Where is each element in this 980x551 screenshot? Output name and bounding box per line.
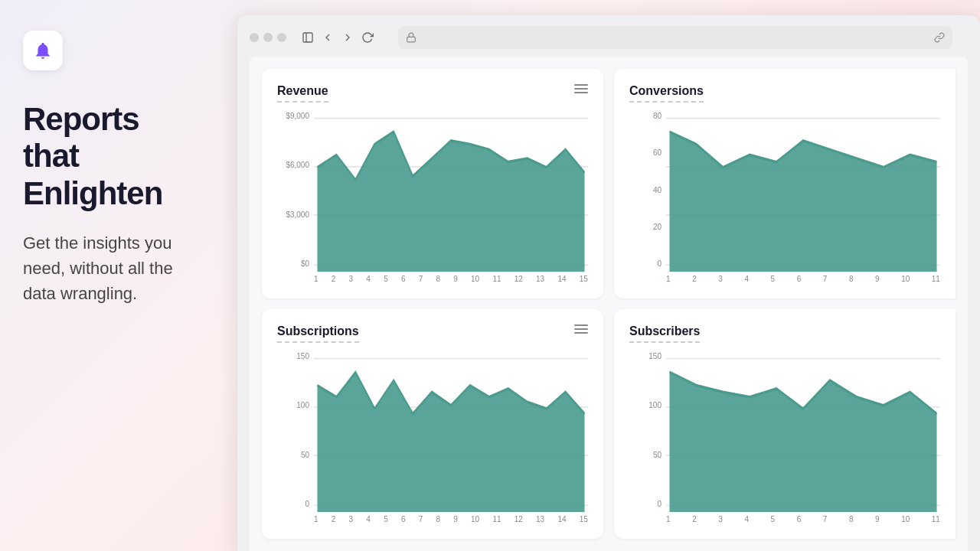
chart-inner-subscriptions: 123456789101112131415 bbox=[314, 352, 588, 523]
bell-icon bbox=[33, 41, 53, 60]
left-panel: Reports that Enlighten Get the insights … bbox=[0, 0, 230, 551]
y-axis-revenue: $9,000$6,000$3,000$0 bbox=[277, 112, 309, 283]
card-header-subscribers: Subscribers bbox=[629, 324, 940, 343]
chart-card-revenue: Revenue$9,000$6,000$3,000$01234567891011… bbox=[262, 69, 603, 298]
chart-area-subscribers: 1501005001234567891011 bbox=[629, 352, 940, 523]
x-axis-conversions: 1234567891011 bbox=[666, 272, 940, 283]
card-title-subscribers: Subscribers bbox=[629, 324, 700, 343]
refresh-icon[interactable] bbox=[361, 31, 374, 44]
close-button[interactable] bbox=[250, 33, 259, 42]
chart-inner-conversions: 1234567891011 bbox=[666, 112, 940, 283]
chart-card-subscriptions: Subscriptions150100500123456789101112131… bbox=[262, 309, 603, 539]
lock-icon bbox=[406, 32, 416, 43]
card-header-subscriptions: Subscriptions bbox=[277, 324, 588, 343]
browser-toolbar bbox=[250, 26, 968, 49]
headline: Reports that Enlighten bbox=[23, 101, 207, 212]
app-icon[interactable] bbox=[23, 31, 63, 70]
card-header-conversions: Conversions bbox=[629, 84, 940, 103]
y-axis-subscriptions: 150100500 bbox=[277, 352, 309, 523]
chart-inner-subscribers: 1234567891011 bbox=[666, 352, 940, 523]
menu-icon-revenue[interactable] bbox=[574, 84, 588, 93]
chart-card-subscribers: Subscribers1501005001234567891011 bbox=[614, 309, 956, 539]
x-axis-subscriptions: 123456789101112131415 bbox=[314, 512, 588, 523]
subtext: Get the insights you need, without all t… bbox=[23, 230, 207, 306]
minimize-button[interactable] bbox=[263, 33, 273, 42]
svg-chart-subscriptions bbox=[314, 352, 588, 512]
back-icon[interactable] bbox=[322, 31, 334, 44]
dashboard-content: Revenue$9,000$6,000$3,000$01234567891011… bbox=[250, 57, 968, 551]
chart-area-conversions: 8060402001234567891011 bbox=[629, 112, 940, 283]
menu-icon-subscriptions[interactable] bbox=[574, 324, 588, 334]
svg-rect-0 bbox=[303, 33, 312, 42]
browser-panel: Revenue$9,000$6,000$3,000$01234567891011… bbox=[237, 0, 980, 551]
svg-rect-2 bbox=[407, 37, 416, 41]
link-icon bbox=[934, 32, 945, 43]
chart-inner-revenue: 123456789101112131415 bbox=[314, 112, 588, 283]
svg-chart-subscribers bbox=[666, 352, 940, 512]
x-axis-subscribers: 1234567891011 bbox=[666, 512, 940, 523]
x-axis-revenue: 123456789101112131415 bbox=[314, 272, 588, 283]
card-header-revenue: Revenue bbox=[277, 84, 588, 103]
y-axis-subscribers: 150100500 bbox=[629, 352, 662, 523]
forward-icon[interactable] bbox=[341, 31, 354, 44]
y-axis-conversions: 806040200 bbox=[629, 112, 662, 283]
svg-chart-conversions bbox=[666, 112, 940, 272]
maximize-button[interactable] bbox=[277, 33, 286, 42]
chart-area-revenue: $9,000$6,000$3,000$012345678910111213141… bbox=[277, 112, 588, 283]
card-title-conversions: Conversions bbox=[629, 84, 704, 103]
chart-area-subscriptions: 150100500123456789101112131415 bbox=[277, 352, 588, 523]
svg-chart-revenue bbox=[314, 112, 588, 272]
chart-card-conversions: Conversions8060402001234567891011 bbox=[614, 69, 956, 298]
browser-window: Revenue$9,000$6,000$3,000$01234567891011… bbox=[237, 15, 980, 551]
address-bar[interactable] bbox=[398, 26, 952, 49]
sidebar-icon[interactable] bbox=[302, 31, 314, 44]
card-title-revenue: Revenue bbox=[277, 84, 328, 103]
traffic-lights bbox=[250, 33, 286, 42]
card-title-subscriptions: Subscriptions bbox=[277, 324, 359, 343]
browser-nav-controls bbox=[302, 31, 374, 44]
